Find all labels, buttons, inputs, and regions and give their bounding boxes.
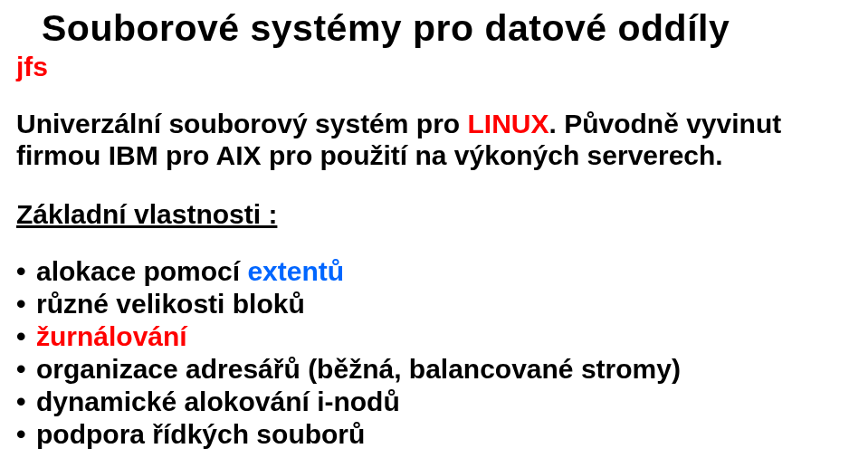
- bullet-pre: podpora řídkých souborů: [36, 419, 365, 449]
- list-item: dynamické alokování i-nodů: [16, 386, 852, 418]
- intro-paragraph: Univerzální souborový systém pro LINUX. …: [16, 108, 852, 172]
- list-item: organizace adresářů (běžná, balancované …: [16, 353, 852, 386]
- bullet-pre: organizace adresářů (běžná, balancované …: [36, 354, 681, 384]
- list-item: různé velikosti bloků: [16, 288, 852, 320]
- section-header: Základní vlastnosti :: [16, 199, 852, 230]
- list-item: podpora řídkých souborů: [16, 418, 852, 451]
- paragraph-linux: LINUX: [467, 109, 548, 138]
- list-item: žurnálování: [16, 320, 852, 353]
- bullet-colored: žurnálování: [36, 321, 187, 351]
- list-item: alokace pomocí extentů: [16, 255, 852, 288]
- slide-subtitle: jfs: [16, 52, 852, 82]
- bullet-colored: extentů: [247, 256, 344, 286]
- bullet-pre: alokace pomocí: [36, 256, 247, 286]
- paragraph-part1: Univerzální souborový systém pro: [16, 109, 467, 138]
- bullet-pre: dynamické alokování i-nodů: [36, 386, 400, 416]
- bullet-pre: různé velikosti bloků: [36, 289, 305, 319]
- bullet-list: alokace pomocí extentů různé velikosti b…: [16, 255, 852, 451]
- slide-title: Souborové systémy pro datové oddíly: [42, 7, 852, 50]
